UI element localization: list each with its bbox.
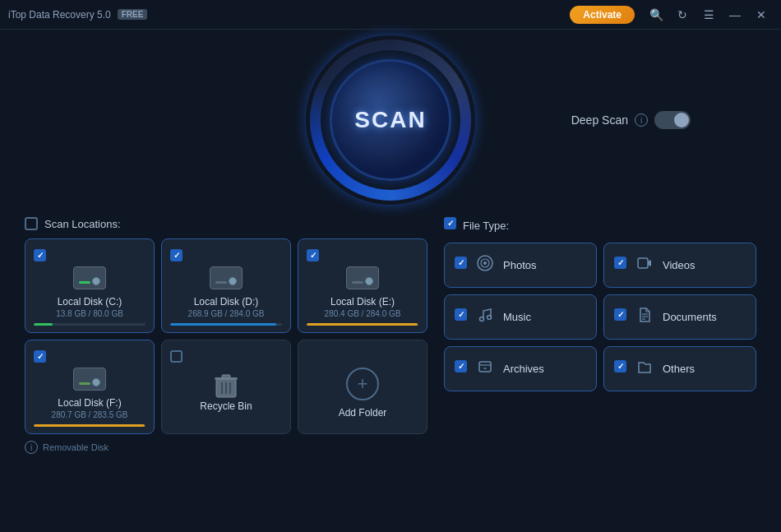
file-type-grid: ✓ Photos ✓ Videos [444,243,756,391]
file-types-checkbox[interactable]: ✓ [444,217,456,229]
disk-d-checkbox[interactable]: ✓ [170,249,183,261]
svg-rect-16 [479,362,491,372]
documents-label: Documents [663,311,717,323]
scan-area: SCAN Deep Scan i [25,38,756,202]
disk-d-size: 268.9 GB / 284.0 GB [170,309,282,318]
archives-icon [475,359,495,379]
disk-c-checkbox[interactable]: ✓ [34,249,46,261]
bottom-area: Scan Locations: ✓ Local Disk (C:) 13.8 G… [25,217,756,454]
minimize-button[interactable]: — [723,3,746,26]
titlebar: iTop Data Recovery 5.0 FREE Activate 🔍 ↻… [0,0,781,30]
file-type-music[interactable]: ✓ Music [444,294,597,340]
disk-f-checkbox[interactable]: ✓ [34,350,46,363]
disk-f-bar [34,424,146,427]
music-label: Music [503,311,531,323]
add-folder-name: Add Folder [307,407,418,419]
deep-scan-area: Deep Scan i [571,111,691,129]
svg-point-12 [488,316,492,320]
disk-e-name: Local Disk (E:) [307,296,418,308]
disk-d-name: Local Disk (D:) [170,296,282,308]
disk-f-bar-fill [34,424,145,427]
archives-checkbox[interactable]: ✓ [455,360,467,372]
file-type-others[interactable]: ✓ Others [603,346,756,391]
close-button[interactable]: ✕ [750,3,773,26]
deep-scan-info-icon[interactable]: i [635,113,648,127]
titlebar-left: iTop Data Recovery 5.0 FREE [8,9,147,21]
scan-locations-header: Scan Locations: [25,217,427,230]
scan-locations-panel: Scan Locations: ✓ Local Disk (C:) 13.8 G… [25,217,427,454]
disk-card-add-folder[interactable]: + Add Folder [298,340,427,434]
activate-button[interactable]: Activate [570,6,635,24]
documents-checkbox[interactable]: ✓ [614,308,626,321]
scan-outer-ring: SCAN [310,39,471,201]
disk-e-checkbox[interactable]: ✓ [307,249,319,261]
videos-checkbox[interactable]: ✓ [614,257,626,269]
menu-button[interactable]: ☰ [697,3,720,26]
disk-e-bar-fill [307,323,418,326]
videos-icon [635,255,654,275]
disk-c-name: Local Disk (C:) [34,296,146,308]
file-types-title: File Type: [463,220,509,232]
disk-d-icon [170,266,282,293]
disk-c-size: 13.8 GB / 80.0 GB [34,309,146,318]
scan-label: SCAN [354,107,426,133]
disk-grid-row2: ✓ Local Disk (F:) 280.7 GB / 283.5 GB [25,340,427,434]
music-checkbox[interactable]: ✓ [455,308,467,321]
disk-card-e[interactable]: ✓ Local Disk (E:) 280.4 GB / 284.0 GB [298,238,427,333]
recycle-bin-name: Recycle Bin [170,400,282,412]
toggle-knob [674,113,689,127]
file-types-panel: ✓ File Type: ✓ Photos [444,217,756,454]
videos-label: Videos [663,259,696,271]
search-button[interactable]: 🔍 [645,3,668,26]
removable-info-icon[interactable]: i [25,441,38,454]
photos-checkbox[interactable]: ✓ [455,257,467,269]
scan-button[interactable]: SCAN [330,59,451,181]
removable-label: Removable Disk [43,442,109,452]
others-label: Others [663,363,695,375]
disk-c-bar-fill [34,323,53,326]
scan-middle-ring: SCAN [321,50,460,190]
disk-c-icon [34,266,146,293]
refresh-button[interactable]: ↻ [671,3,694,26]
disk-e-bar [307,323,418,326]
disk-e-size: 280.4 GB / 284.0 GB [307,309,418,318]
free-badge: FREE [118,9,148,20]
disk-f-name: Local Disk (F:) [34,397,146,409]
disk-c-bar [34,323,146,326]
deep-scan-label: Deep Scan [571,113,628,127]
others-icon [635,359,654,379]
scan-button-wrapper: SCAN [308,38,473,202]
disk-card-recycle[interactable]: Recycle Bin [161,340,291,434]
file-types-header: ✓ File Type: [444,217,756,234]
disk-e-icon [307,266,418,293]
svg-point-8 [483,261,487,265]
recycle-checkbox[interactable] [170,350,183,363]
file-type-archives[interactable]: ✓ Archives [444,346,597,391]
photos-label: Photos [503,259,536,271]
disk-card-d[interactable]: ✓ Local Disk (D:) 268.9 GB / 284.0 GB [161,238,291,333]
disk-d-bar [170,323,282,326]
photos-icon [475,255,495,275]
disk-f-icon [34,368,146,394]
disk-grid-row1: ✓ Local Disk (C:) 13.8 GB / 80.0 GB ✓ [25,238,427,333]
others-checkbox[interactable]: ✓ [614,360,626,372]
disk-card-f[interactable]: ✓ Local Disk (F:) 280.7 GB / 283.5 GB [25,340,155,434]
disk-d-bar-fill [170,323,276,326]
titlebar-right: Activate 🔍 ↻ ☰ — ✕ [570,3,773,26]
music-icon [475,307,495,327]
deep-scan-toggle[interactable] [654,111,691,129]
app-name: iTop Data Recovery 5.0 [8,9,111,21]
disk-f-size: 280.7 GB / 283.5 GB [34,410,146,419]
removable-disk-note: i Removable Disk [25,441,427,454]
file-type-documents[interactable]: ✓ Documents [603,294,756,340]
file-type-photos[interactable]: ✓ Photos [444,243,597,288]
scan-locations-title: Scan Locations: [44,218,121,230]
disk-card-c[interactable]: ✓ Local Disk (C:) 13.8 GB / 80.0 GB [25,238,155,333]
add-folder-icon: + [346,368,379,400]
svg-rect-9 [638,258,648,268]
archives-label: Archives [503,363,544,375]
svg-point-11 [480,317,484,322]
svg-rect-2 [222,375,230,378]
scan-locations-checkbox[interactable] [25,217,38,230]
file-type-videos[interactable]: ✓ Videos [603,243,756,288]
